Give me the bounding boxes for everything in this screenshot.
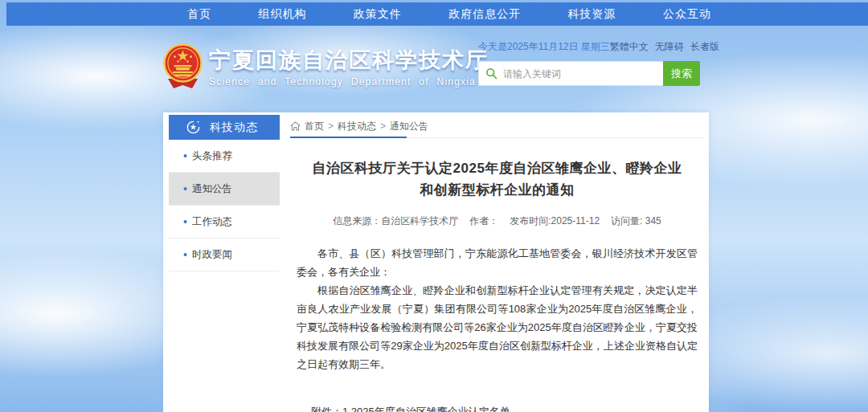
home-icon [290, 121, 301, 131]
sidebar-item-work-trends[interactable]: • 工作动态 [169, 206, 280, 239]
article-meta: 信息来源：自治区科学技术厅 作者： 发布时间:2025-11-12 访问量: 3… [290, 214, 704, 228]
nav-item-home[interactable]: 首页 [187, 7, 211, 22]
search-icon [485, 67, 497, 80]
nav-item-policy-documents[interactable]: 政策文件 [354, 7, 402, 22]
article-content: 首页 > 科技动态 > 通知公告 自治区科技厅关于认定2025年度自治区雏鹰企业… [290, 115, 704, 412]
search-input[interactable] [503, 68, 657, 80]
national-emblem-logo [163, 43, 203, 90]
link-accessibility[interactable]: 无障碍 [655, 40, 684, 54]
bullet-icon: • [183, 216, 187, 227]
sidebar-item-notices[interactable]: • 通知公告 [169, 173, 280, 206]
attachments-section: 附件： 1.2025年度自治区雏鹰企业认定名单 2.2025年度自治区瞪羚企业认… [290, 402, 704, 412]
article-title: 自治区科技厅关于认定2025年度自治区雏鹰企业、瞪羚企业 和创新型标杆企业的通知 [290, 157, 704, 201]
breadcrumb-home[interactable]: 首页 [305, 120, 324, 133]
breadcrumb-active-underline [290, 137, 407, 138]
breadcrumb-sci-tech-news[interactable]: 科技动态 [338, 120, 376, 133]
link-traditional-chinese[interactable]: 繁體中文 [610, 40, 649, 54]
sidebar-header: 科技动态 [169, 115, 280, 140]
sidebar-title: 科技动态 [210, 120, 258, 135]
top-nav-bar: 首页 组织机构 政策文件 政府信息公开 科技资源 公众互动 [6, 2, 868, 26]
meta-author: 作者： [469, 214, 498, 228]
meta-visits: 访问量: 345 [611, 214, 661, 228]
article-paragraph: 各市、县（区）科技管理部门，宁东能源化工基地管委会，银川经济技术开发区管委会，各… [297, 244, 698, 281]
meta-publish-time: 发布时间:2025-11-12 [510, 214, 600, 228]
nav-item-gov-info-disclosure[interactable]: 政府信息公开 [448, 7, 521, 22]
search-bar: 搜索 [478, 61, 700, 86]
attachment-link-eagle-list[interactable]: 1.2025年度自治区雏鹰企业认定名单 [342, 402, 542, 412]
breadcrumb-notices[interactable]: 通知公告 [390, 120, 428, 133]
link-elderly-version[interactable]: 长者版 [690, 40, 719, 54]
sidebar-item-label: 通知公告 [192, 182, 232, 196]
sidebar-item-current-politics[interactable]: • 时政要闻 [169, 239, 280, 271]
article-body: 各市、县（区）科技管理部门，宁东能源化工基地管委会，银川经济技术开发区管委会，各… [290, 244, 704, 373]
search-button[interactable]: 搜索 [663, 61, 700, 86]
site-header: 宁夏回族自治区科学技术厅 ScienceandTechnologyDepartm… [0, 26, 868, 112]
sidebar-item-label: 头条推荐 [192, 149, 232, 163]
current-date: 今天是2025年11月12日 星期三 [478, 40, 610, 54]
bullet-icon: • [183, 249, 187, 260]
article-paragraph: 根据自治区雏鹰企业、瞪羚企业和创新型标杆企业认定管理有关规定，决定认定半亩良人农… [297, 281, 698, 373]
bullet-icon: • [183, 150, 187, 161]
header-utilities: 今天是2025年11月12日 星期三 繁體中文 无障碍 长者版 搜索 [478, 40, 700, 86]
sidebar-item-label: 工作动态 [192, 215, 232, 229]
breadcrumb: 首页 > 科技动态 > 通知公告 [290, 115, 704, 138]
site-brand[interactable]: 宁夏回族自治区科学技术厅 ScienceandTechnologyDepartm… [163, 43, 489, 90]
nav-item-sci-tech-resources[interactable]: 科技资源 [568, 7, 616, 22]
sidebar: 科技动态 • 头条推荐 • 通知公告 • 工作动态 • 时政要闻 [169, 115, 280, 271]
attachments-label: 附件： [311, 402, 342, 412]
main-panel: 科技动态 • 头条推荐 • 通知公告 • 工作动态 • 时政要闻 首页 > 科技… [163, 112, 709, 412]
breadcrumb-separator: > [380, 120, 386, 132]
sci-tech-news-icon [186, 120, 200, 134]
sidebar-item-label: 时政要闻 [192, 248, 232, 262]
nav-item-public-interaction[interactable]: 公众互动 [663, 7, 711, 22]
site-title: 宁夏回族自治区科学技术厅 [209, 48, 489, 72]
site-subtitle: ScienceandTechnologyDepartmentofNingxia [209, 76, 476, 88]
nav-item-organization[interactable]: 组织机构 [258, 7, 306, 22]
breadcrumb-separator: > [328, 120, 334, 132]
bullet-icon: • [183, 183, 187, 194]
sidebar-item-headline-recommend[interactable]: • 头条推荐 [169, 140, 280, 173]
meta-source: 信息来源：自治区科学技术厅 [333, 214, 458, 228]
